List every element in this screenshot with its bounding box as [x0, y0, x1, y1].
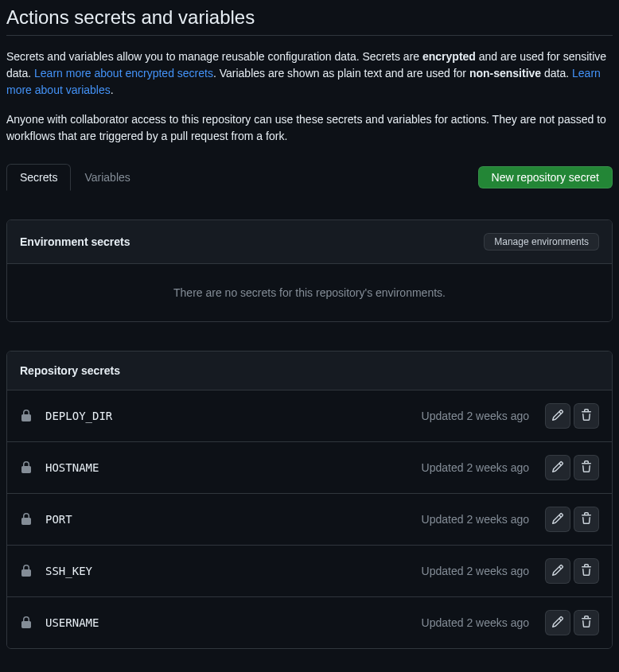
- secret-updated: Updated 2 weeks ago: [422, 616, 529, 629]
- desc-text: Secrets and variables allow you to manag…: [6, 50, 422, 63]
- desc-bold-encrypted: encrypted: [422, 50, 476, 63]
- trash-icon: [580, 564, 593, 579]
- edit-secret-button[interactable]: [545, 507, 570, 532]
- pencil-icon: [551, 616, 564, 631]
- pencil-icon: [551, 564, 564, 579]
- secret-name: PORT: [45, 513, 422, 526]
- edit-secret-button[interactable]: [545, 455, 570, 480]
- description-para-1: Secrets and variables allow you to manag…: [6, 49, 613, 99]
- repo-panel-header: Repository secrets: [7, 352, 612, 390]
- delete-secret-button[interactable]: [574, 507, 599, 532]
- secret-updated: Updated 2 weeks ago: [422, 565, 529, 577]
- lock-icon: [20, 410, 33, 422]
- desc-text: . Variables are shown as plain text and …: [213, 67, 469, 80]
- link-learn-secrets[interactable]: Learn more about encrypted secrets: [34, 67, 213, 80]
- edit-secret-button[interactable]: [545, 558, 570, 584]
- delete-secret-button[interactable]: [574, 455, 599, 480]
- pencil-icon: [551, 409, 564, 424]
- secret-updated: Updated 2 weeks ago: [422, 513, 529, 526]
- desc-text: data.: [541, 67, 572, 80]
- lock-icon: [20, 513, 33, 526]
- repository-secrets-panel: Repository secrets DEPLOY_DIR Updated 2 …: [6, 351, 613, 649]
- tabs: Secrets Variables: [6, 164, 144, 191]
- env-panel-title: Environment secrets: [20, 235, 130, 248]
- secret-name: SSH_KEY: [45, 565, 422, 577]
- desc-bold-nonsensitive: non-sensitive: [469, 67, 541, 80]
- secret-row: SSH_KEY Updated 2 weeks ago: [7, 545, 612, 596]
- pencil-icon: [551, 512, 564, 527]
- env-panel-empty-message: There are no secrets for this repository…: [7, 264, 612, 321]
- tab-variables[interactable]: Variables: [71, 164, 143, 191]
- secret-name: USERNAME: [45, 616, 422, 629]
- description-para-2: Anyone with collaborator access to this …: [6, 111, 613, 145]
- lock-icon: [20, 616, 33, 629]
- delete-secret-button[interactable]: [574, 403, 599, 429]
- tab-bar: Secrets Variables New repository secret: [6, 164, 613, 191]
- secret-updated: Updated 2 weeks ago: [422, 461, 529, 474]
- trash-icon: [580, 616, 593, 631]
- edit-secret-button[interactable]: [545, 403, 570, 429]
- lock-icon: [20, 565, 33, 577]
- page-title: Actions secrets and variables: [6, 6, 613, 36]
- trash-icon: [580, 512, 593, 527]
- new-repository-secret-button[interactable]: New repository secret: [478, 166, 613, 188]
- edit-secret-button[interactable]: [545, 610, 570, 635]
- lock-icon: [20, 461, 33, 474]
- delete-secret-button[interactable]: [574, 558, 599, 584]
- delete-secret-button[interactable]: [574, 610, 599, 635]
- tab-secrets[interactable]: Secrets: [6, 164, 71, 191]
- secret-row: USERNAME Updated 2 weeks ago: [7, 596, 612, 648]
- secret-row: PORT Updated 2 weeks ago: [7, 493, 612, 545]
- secret-name: DEPLOY_DIR: [45, 410, 422, 422]
- manage-environments-button[interactable]: Manage environments: [484, 233, 599, 251]
- pencil-icon: [551, 460, 564, 476]
- secret-row: DEPLOY_DIR Updated 2 weeks ago: [7, 390, 612, 441]
- trash-icon: [580, 409, 593, 424]
- env-panel-header: Environment secrets Manage environments: [7, 220, 612, 264]
- secrets-list: DEPLOY_DIR Updated 2 weeks ago HOSTNAME …: [7, 390, 612, 648]
- environment-secrets-panel: Environment secrets Manage environments …: [6, 219, 613, 322]
- desc-text: .: [111, 84, 114, 96]
- trash-icon: [580, 460, 593, 476]
- secret-name: HOSTNAME: [45, 461, 422, 474]
- repo-panel-title: Repository secrets: [20, 364, 120, 377]
- secret-updated: Updated 2 weeks ago: [422, 410, 529, 422]
- secret-row: HOSTNAME Updated 2 weeks ago: [7, 441, 612, 493]
